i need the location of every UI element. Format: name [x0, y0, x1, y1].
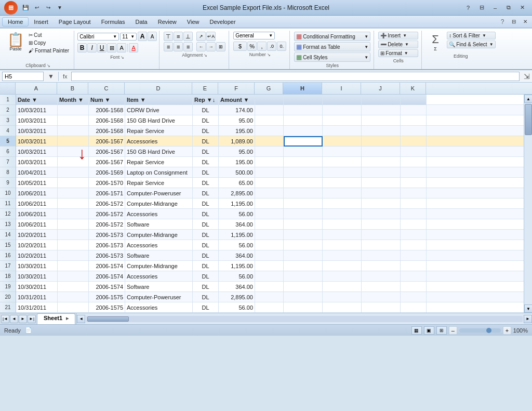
cell-B6[interactable] [58, 147, 89, 157]
number-format-combo[interactable]: General ▼ [233, 32, 275, 39]
cell-H12[interactable] [284, 209, 323, 219]
sheet-tab-sheet1[interactable]: Sheet1 ▸ [37, 313, 75, 324]
cell-D20[interactable]: Computer-Poweruser [125, 292, 193, 302]
alignment-expand-icon[interactable]: ↘ [204, 53, 207, 58]
cell-C19[interactable]: 2006-1574 [89, 282, 125, 292]
cell-C17[interactable]: 2006-1574 [89, 261, 125, 271]
cell-J17[interactable] [362, 261, 401, 271]
cell-D3[interactable]: 150 GB Hard Drive [125, 115, 193, 126]
cell-C18[interactable]: 2006-1574 [89, 271, 125, 282]
cell-J8[interactable] [362, 167, 401, 178]
cell-G3[interactable] [255, 115, 284, 126]
cell-E3[interactable]: DL [193, 115, 219, 126]
format-as-table-dropdown[interactable]: ▼ [364, 45, 368, 49]
cell-K5[interactable] [401, 136, 427, 147]
cell-I9[interactable] [323, 178, 362, 188]
font-name-dropdown[interactable]: ▼ [113, 34, 117, 39]
cell-D10[interactable]: Computer-Poweruser [125, 188, 193, 198]
cell-F4[interactable]: 195.00 [219, 126, 255, 136]
cell-styles-dropdown[interactable]: ▼ [364, 55, 368, 60]
cell-K3[interactable] [401, 115, 427, 126]
format-button[interactable]: ⊞ Format ▼ [378, 49, 418, 57]
cell-A13[interactable]: 10/06/2011 [16, 219, 58, 230]
cell-A1[interactable]: Date ▼ [16, 95, 58, 105]
cell-K13[interactable] [401, 219, 427, 230]
col-header-e[interactable]: E [192, 83, 218, 94]
cell-A5[interactable]: 10/03/2011 [16, 136, 58, 147]
cell-E19[interactable]: DL [193, 282, 219, 292]
cell-B21[interactable] [58, 302, 89, 313]
cell-A7[interactable]: 10/03/2011 [16, 157, 58, 167]
cell-B20[interactable] [58, 292, 89, 302]
cell-K11[interactable] [401, 198, 427, 209]
cell-F5[interactable]: 1,089.00 [219, 136, 255, 147]
row-header-3[interactable]: 3 [0, 115, 16, 126]
cell-A10[interactable]: 10/06/2011 [16, 188, 58, 198]
cell-I14[interactable] [323, 230, 362, 240]
format-painter-button[interactable]: 🖌 Format Painter [27, 47, 71, 54]
cell-E7[interactable]: DL [193, 157, 219, 167]
cell-B1[interactable]: Month ▼ [58, 95, 89, 105]
cell-K10[interactable] [401, 188, 427, 198]
cell-H10[interactable] [284, 188, 323, 198]
cell-D6[interactable]: 150 GB Hard Drive [125, 147, 193, 157]
formula-expand-icon[interactable]: ⇲ [524, 72, 530, 81]
cell-J3[interactable] [362, 115, 401, 126]
orientation-button[interactable]: ↗ [196, 32, 206, 41]
cell-I13[interactable] [323, 219, 362, 230]
cell-H9[interactable] [284, 178, 323, 188]
col-header-d[interactable]: D [125, 83, 192, 94]
cell-K17[interactable] [401, 261, 427, 271]
cell-I1[interactable] [323, 95, 362, 105]
cut-button[interactable]: ✂ Cut [27, 32, 71, 38]
cell-H14[interactable] [284, 230, 323, 240]
col-header-k[interactable]: K [400, 83, 426, 94]
cell-H4[interactable] [284, 126, 323, 136]
delete-button[interactable]: ➖ Delete ▼ [378, 41, 418, 48]
ribbon-toggle-button[interactable]: ⊟ [476, 3, 487, 12]
cell-G15[interactable] [255, 240, 284, 250]
cell-E6[interactable]: DL [193, 147, 219, 157]
row-header-15[interactable]: 15 [0, 240, 16, 250]
redo-button[interactable]: ↪ [44, 3, 53, 12]
cell-B18[interactable] [58, 271, 89, 282]
cell-E17[interactable]: DL [193, 261, 219, 271]
percent-button[interactable]: % [247, 42, 257, 51]
row-header-1[interactable]: 1 [0, 95, 16, 105]
cell-E2[interactable]: DL [193, 105, 219, 115]
cell-D19[interactable]: Software [125, 282, 193, 292]
row-header-4[interactable]: 4 [0, 126, 16, 136]
cell-G9[interactable] [255, 178, 284, 188]
cell-A17[interactable]: 10/30/2011 [16, 261, 58, 271]
fill-color-button[interactable]: A [117, 43, 126, 52]
row-header-13[interactable]: 13 [0, 219, 16, 230]
cell-D18[interactable]: Accessories [125, 271, 193, 282]
cell-J21[interactable] [362, 302, 401, 313]
decimal-decrease-button[interactable]: 0. [277, 42, 286, 51]
cell-G20[interactable] [255, 292, 284, 302]
cell-styles-button[interactable]: ▦ Cell Styles ▼ [294, 52, 370, 62]
cell-K18[interactable] [401, 271, 427, 282]
row-header-11[interactable]: 11 [0, 198, 16, 209]
cell-H6[interactable] [284, 147, 323, 157]
cell-F12[interactable]: 56.00 [219, 209, 255, 219]
conditional-formatting-dropdown[interactable]: ▼ [364, 34, 368, 39]
cell-J14[interactable] [362, 230, 401, 240]
cell-B4[interactable] [58, 126, 89, 136]
cell-F10[interactable]: 2,895.00 [219, 188, 255, 198]
cell-A12[interactable]: 10/06/2011 [16, 209, 58, 219]
font-shrink-button[interactable]: A [148, 32, 157, 41]
row-header-19[interactable]: 19 [0, 282, 16, 292]
cell-J1[interactable] [362, 95, 401, 105]
menu-view[interactable]: View [182, 18, 205, 26]
cell-H8[interactable] [284, 167, 323, 178]
row-header-21[interactable]: 21 [0, 302, 16, 313]
cell-J12[interactable] [362, 209, 401, 219]
quick-access-dropdown[interactable]: ▼ [55, 3, 64, 12]
cell-I8[interactable] [323, 167, 362, 178]
bold-button[interactable]: B [77, 43, 87, 52]
cell-J16[interactable] [362, 250, 401, 261]
cell-I7[interactable] [323, 157, 362, 167]
cell-I15[interactable] [323, 240, 362, 250]
align-middle-button[interactable]: ≡ [174, 32, 183, 41]
